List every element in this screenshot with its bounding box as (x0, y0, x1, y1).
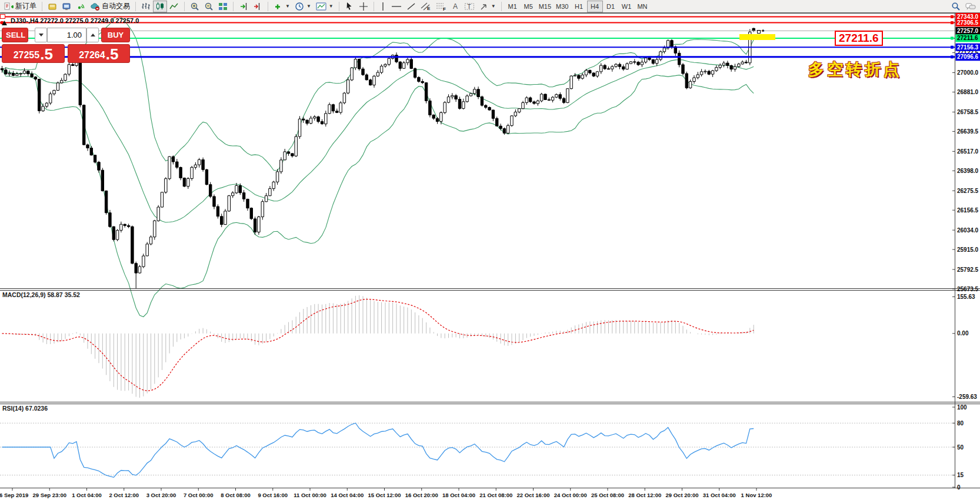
svg-text:100: 100 (957, 404, 967, 411)
timeframe-m1-button[interactable]: M1 (505, 1, 521, 12)
chart-shift-button[interactable] (251, 1, 265, 12)
line-chart-icon (169, 2, 179, 11)
text-button[interactable]: A (449, 1, 462, 12)
line-anchor-handle (1, 15, 5, 19)
crosshair-button[interactable] (356, 1, 371, 12)
volume-increase-button[interactable] (86, 28, 99, 42)
template-icon (316, 2, 326, 11)
svg-text:26517.0: 26517.0 (957, 148, 979, 155)
svg-text:11 Oct 00:00: 11 Oct 00:00 (294, 492, 326, 498)
toolbar-separator (184, 2, 185, 11)
svg-text:27000.0: 27000.0 (957, 69, 979, 76)
horizontal-line-icon (391, 2, 402, 11)
toolbar-separator (374, 2, 374, 11)
yellow-highlight-marker[interactable] (739, 34, 775, 40)
fibonacci-button[interactable]: F (434, 1, 449, 12)
fibonacci-icon: F (436, 2, 446, 11)
cursor-button[interactable] (342, 1, 356, 12)
timeframe-d1-button[interactable]: D1 (603, 1, 619, 12)
chart-title: DJ30-,H4 27272.0 27275.0 27249.0 27257.0 (11, 17, 139, 24)
chinese-note-annotation[interactable]: 多空转折点 (808, 59, 902, 80)
buy-button[interactable]: BUY (101, 28, 130, 42)
sell-price[interactable]: 27255.5 (2, 44, 65, 63)
tile-windows-button[interactable] (216, 1, 230, 12)
signal-icon (76, 2, 85, 11)
chevron-down-icon: ▼ (285, 4, 290, 9)
cursor-icon (345, 2, 354, 11)
text-label-button[interactable]: T (462, 1, 477, 12)
buy-price-frac: .5 (106, 48, 119, 61)
market-watch-button[interactable] (59, 1, 74, 12)
timeframe-m5-button[interactable]: M5 (521, 1, 536, 12)
candlestick-chart-button[interactable] (153, 1, 167, 12)
trendline-icon (406, 2, 416, 11)
svg-text:28 Oct 12:00: 28 Oct 12:00 (628, 492, 661, 498)
svg-text:26758.5: 26758.5 (957, 109, 979, 115)
rsi-indicator-label: RSI(14) 67.0236 (2, 405, 48, 412)
buy-price[interactable]: 27264.5 (68, 44, 131, 63)
text-label-icon: T (464, 2, 475, 11)
history-center-button[interactable] (45, 1, 59, 12)
svg-text:A: A (453, 2, 458, 11)
svg-text:E: E (427, 6, 431, 11)
svg-text:27156.3: 27156.3 (957, 44, 979, 51)
new-order-label: 新订单 (15, 1, 36, 11)
price-flag-annotation[interactable]: 27211.6 (835, 31, 883, 46)
timeframe-m15-button[interactable]: M15 (536, 1, 554, 12)
new-order-icon (4, 2, 14, 11)
zoom-out-button[interactable] (202, 1, 216, 12)
svg-text:29 Oct 20:00: 29 Oct 20:00 (666, 492, 699, 498)
new-order-button[interactable]: 新订单 (2, 1, 39, 12)
horizontal-line-button[interactable] (389, 1, 404, 12)
svg-text:18 Oct 04:00: 18 Oct 04:00 (442, 492, 475, 498)
crosshair-icon (359, 2, 368, 11)
volume-input[interactable]: 1.00 (47, 28, 86, 42)
svg-text:1 Nov 12:00: 1 Nov 12:00 (741, 492, 772, 498)
search-icon (951, 2, 961, 11)
templates-button[interactable]: ▼ (314, 1, 336, 12)
svg-text:T: T (467, 3, 471, 9)
vertical-line-button[interactable] (377, 1, 389, 12)
arrow-objects-icon (479, 2, 489, 11)
svg-text:155.63: 155.63 (957, 294, 975, 300)
svg-text:27096.6: 27096.6 (957, 54, 979, 60)
svg-text:26639.5: 26639.5 (957, 128, 979, 135)
periods-button[interactable]: ▼ (292, 1, 314, 12)
svg-text:14 Oct 04:00: 14 Oct 04:00 (331, 492, 364, 498)
toolbar-separator (339, 2, 339, 11)
arrows-button[interactable]: ▼ (477, 1, 498, 12)
auto-scroll-button[interactable] (236, 1, 251, 12)
svg-text:22 Oct 16:00: 22 Oct 16:00 (517, 492, 550, 498)
volume-decrease-button[interactable] (35, 28, 47, 42)
toolbar-separator (233, 2, 234, 11)
chat-icon (965, 2, 976, 11)
timeframe-h4-button[interactable]: H4 (587, 1, 603, 12)
trendline-button[interactable] (404, 1, 418, 12)
arrow-up-icon (91, 34, 95, 36)
svg-text:F: F (443, 6, 446, 11)
channel-icon: E (421, 2, 431, 11)
line-chart-button[interactable] (167, 1, 181, 12)
timeframe-m30-button[interactable]: M30 (554, 1, 571, 12)
signals-button[interactable] (74, 1, 88, 12)
svg-text:24 Oct 00:00: 24 Oct 00:00 (554, 492, 587, 498)
toolbar-separator (501, 2, 502, 11)
auto-trading-button[interactable]: 自动交易 (88, 1, 132, 12)
svg-text:26881.0: 26881.0 (957, 89, 979, 95)
bar-chart-button[interactable] (139, 1, 153, 12)
timeframe-h1-button[interactable]: H1 (571, 1, 587, 12)
bar-chart-icon (141, 2, 151, 11)
svg-text:15 Oct 12:00: 15 Oct 12:00 (368, 492, 401, 498)
zoom-in-button[interactable] (188, 1, 202, 12)
timeframe-w1-button[interactable]: W1 (619, 1, 635, 12)
search-button[interactable] (949, 1, 963, 12)
svg-text:0: 0 (957, 484, 961, 491)
sell-button[interactable]: SELL (2, 28, 28, 42)
chat-button[interactable] (963, 1, 978, 12)
indicators-button[interactable]: ▼ (271, 1, 292, 12)
equidistant-channel-button[interactable]: E (418, 1, 434, 12)
timeframe-mn-button[interactable]: MN (635, 1, 651, 12)
svg-text:25792.5: 25792.5 (957, 267, 979, 273)
svg-text:2 Oct 12:00: 2 Oct 12:00 (109, 492, 139, 498)
svg-text:50: 50 (957, 444, 964, 451)
